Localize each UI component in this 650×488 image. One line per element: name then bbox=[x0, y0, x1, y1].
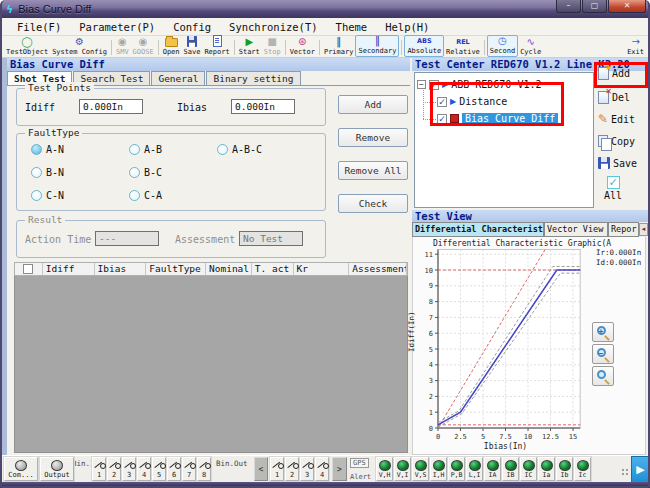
radio-label: A-B-C bbox=[232, 144, 262, 155]
indicator-label: Output bbox=[44, 471, 69, 479]
svg-text:2: 2 bbox=[429, 393, 433, 401]
toolbar-secondary[interactable]: ‖Secondary bbox=[355, 35, 399, 57]
menu-help-h[interactable]: Help(H) bbox=[376, 20, 438, 34]
toolbar-smv[interactable]: ◉SMV bbox=[114, 35, 131, 57]
view-tab-repor[interactable]: Repor bbox=[608, 222, 639, 237]
radio-label: C-A bbox=[144, 190, 162, 201]
status-next-button[interactable]: ▶ bbox=[631, 456, 650, 483]
toolbar-goose[interactable]: ◉GOOSE bbox=[131, 35, 156, 57]
maximize-button[interactable]: ▢ bbox=[582, 0, 607, 13]
indicator-output[interactable]: Output bbox=[40, 457, 74, 481]
toolbar-stop[interactable]: ■Stop bbox=[262, 35, 283, 57]
tree-item-abb-red670-v1-2[interactable]: −✓▶ABB RED670 V1.2 bbox=[417, 77, 541, 92]
switch-icon bbox=[138, 460, 151, 469]
chart-zoom-reset-button[interactable] bbox=[592, 366, 614, 386]
bin-in-2[interactable]: 2 bbox=[107, 457, 121, 481]
bin-in-6[interactable]: 6 bbox=[167, 457, 181, 481]
button-copy[interactable]: Copy bbox=[598, 135, 635, 147]
view-tab-vector-view[interactable]: Vector View bbox=[544, 222, 608, 237]
checkbox[interactable]: ✓ bbox=[437, 97, 447, 107]
bin-in-8[interactable]: 8 bbox=[197, 457, 211, 481]
button-add[interactable]: Add bbox=[338, 95, 408, 114]
button-remove-all[interactable]: Remove All bbox=[338, 161, 408, 180]
column-nominal: Nominal bbox=[206, 263, 252, 275]
bin-out-1[interactable]: 1 bbox=[270, 457, 284, 481]
radio-b-n[interactable]: B-N bbox=[31, 167, 64, 178]
view-tab-differential-characteristic[interactable]: Differential Characteristic bbox=[412, 222, 544, 237]
tab-binary-setting[interactable]: Binary setting bbox=[206, 71, 300, 85]
svg-text:7: 7 bbox=[429, 314, 433, 322]
checkbox[interactable]: ✓ bbox=[429, 80, 439, 90]
toolbar-save[interactable]: Save bbox=[182, 35, 203, 57]
bin-out-4[interactable]: 4 bbox=[315, 457, 329, 481]
checkbox[interactable]: ✓ bbox=[437, 114, 447, 124]
test-view-title: Test View bbox=[412, 210, 648, 222]
toolbar-primary[interactable]: ‖Primary bbox=[322, 35, 356, 57]
button-remove[interactable]: Remove bbox=[338, 128, 408, 147]
toolbar-testobject[interactable]: ◯TestObject bbox=[4, 35, 50, 57]
toolbar-vector[interactable]: ⊛Vector bbox=[288, 35, 317, 57]
radio-b-c[interactable]: B-C bbox=[129, 167, 162, 178]
toolbar-cycle[interactable]: ∿Cycle bbox=[518, 35, 543, 57]
bin-in-5[interactable]: 5 bbox=[152, 457, 166, 481]
bin-out-3[interactable]: 3 bbox=[300, 457, 314, 481]
results-table-body[interactable] bbox=[14, 276, 408, 453]
toolbar-exit[interactable]: →Exit bbox=[625, 35, 646, 57]
button-edit[interactable]: ✎Edit bbox=[598, 113, 635, 126]
field-idiff[interactable]: 0.000In bbox=[79, 99, 143, 114]
title-bar[interactable]: ϟ Bias Curve Diff –▢✕ bbox=[0, 0, 650, 18]
field-ibias[interactable]: 0.000In bbox=[231, 99, 295, 114]
chart-zoom-out-button[interactable]: − bbox=[592, 344, 614, 364]
toolbar-absolute[interactable]: ABSAbsolute bbox=[404, 35, 444, 57]
minimize-button[interactable]: – bbox=[556, 0, 581, 13]
result-title: Result bbox=[25, 214, 65, 225]
scroll-left-button[interactable]: < bbox=[254, 457, 268, 481]
expander-icon[interactable]: − bbox=[417, 80, 426, 89]
tab-scroll-left[interactable]: ◂ bbox=[639, 223, 648, 236]
bin-out-2[interactable]: 2 bbox=[285, 457, 299, 481]
radio-label: B-N bbox=[46, 167, 64, 178]
radio-c-a[interactable]: C-A bbox=[129, 190, 162, 201]
close-button[interactable]: ✕ bbox=[608, 0, 646, 13]
tree-item-bias-curve-diff[interactable]: ✓Bias Curve Diff bbox=[437, 111, 558, 126]
tree-item-distance[interactable]: ✓▶Distance bbox=[437, 94, 507, 109]
toolbar-relative[interactable]: RELRelative bbox=[444, 35, 482, 57]
menu-file-f[interactable]: File(F) bbox=[8, 20, 70, 34]
menu-synchronize-t[interactable]: Synchronize(T) bbox=[220, 20, 327, 34]
tab-general[interactable]: General bbox=[151, 71, 205, 85]
radio-c-n[interactable]: C-N bbox=[31, 190, 64, 201]
bin-in-1[interactable]: 1 bbox=[92, 457, 106, 481]
button-check[interactable]: Check bbox=[338, 194, 408, 213]
table-select-all[interactable] bbox=[15, 263, 43, 275]
button-del[interactable]: Del bbox=[598, 91, 630, 104]
toolbar-second[interactable]: ◷Second bbox=[487, 35, 518, 57]
toolbar-report[interactable]: Report bbox=[202, 35, 231, 57]
menu-parameter-p[interactable]: Parameter(P) bbox=[70, 20, 164, 34]
test-points-title: Test Points bbox=[25, 82, 94, 93]
toolbar-start[interactable]: ▶Start bbox=[237, 35, 262, 57]
toolbar-label: Second bbox=[490, 47, 515, 56]
menu-config[interactable]: Config bbox=[164, 20, 220, 34]
bin-in-3[interactable]: 3 bbox=[122, 457, 136, 481]
button-save[interactable]: Save bbox=[598, 157, 637, 169]
rel-icon: REL bbox=[456, 36, 470, 48]
bin-in-7[interactable]: 7 bbox=[182, 457, 196, 481]
radio-label: B-C bbox=[144, 167, 162, 178]
button-select-all[interactable]: ✓All bbox=[604, 176, 622, 201]
toolbar-open[interactable]: Open bbox=[161, 35, 182, 57]
scroll-right-button[interactable]: > bbox=[332, 457, 347, 481]
radio-a-n[interactable]: A-N bbox=[31, 144, 64, 155]
magnifier-glass bbox=[597, 370, 606, 379]
radio-a-b-c[interactable]: A-B-C bbox=[217, 144, 262, 155]
switch-icon bbox=[271, 460, 284, 469]
toolbar: ◯TestObject⚙System Config◉SMV◉GOOSEOpenS… bbox=[2, 36, 648, 58]
menu-theme[interactable]: Theme bbox=[327, 20, 377, 34]
column-ibias: Ibias bbox=[95, 263, 147, 275]
bin-in-4[interactable]: 4 bbox=[137, 457, 151, 481]
button-add[interactable]: Add bbox=[598, 67, 630, 80]
header-checkbox[interactable] bbox=[23, 264, 33, 274]
radio-a-b[interactable]: A-B bbox=[129, 144, 162, 155]
indicator-com[interactable]: Com... bbox=[4, 457, 38, 481]
chart-zoom-in-button[interactable]: + bbox=[592, 322, 614, 342]
toolbar-system-config[interactable]: ⚙System Config bbox=[50, 35, 109, 57]
